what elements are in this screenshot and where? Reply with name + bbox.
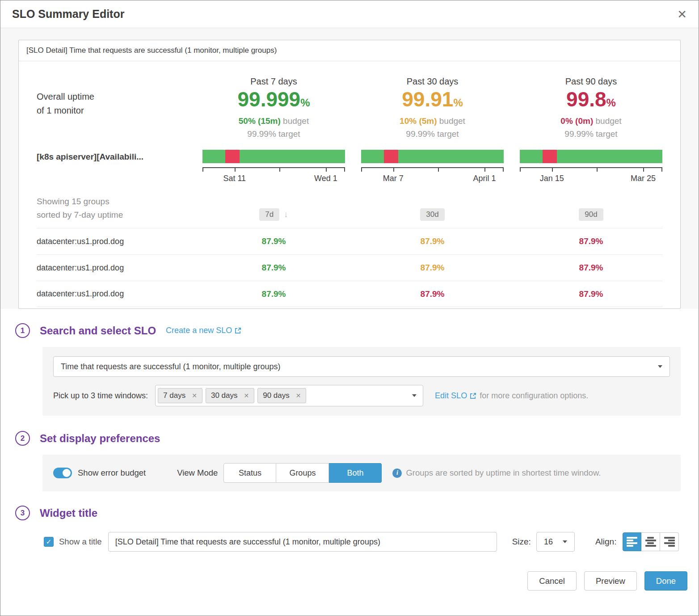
downtime-segment [543,150,557,163]
window-header: Past 90 days [520,76,662,87]
target-line: 99.99% target [520,129,662,139]
slo-select-value: Time that requests are successful (1 mon… [61,362,658,371]
group-uptime-7d: 87.9% [202,263,345,273]
external-link-icon [470,392,476,399]
group-uptime-30d: 87.9% [361,236,504,246]
uptime-bar [520,150,662,163]
remove-chip-icon[interactable]: ✕ [192,392,197,399]
time-windows-label: Pick up to 3 time windows: [53,391,148,401]
info-icon[interactable]: i [392,468,402,478]
create-new-slo-link[interactable]: Create a new SLO [166,326,241,335]
align-center-icon [645,537,656,547]
close-icon[interactable]: ✕ [677,8,687,20]
view-mode-segmented-control: Status Groups Both [223,463,382,483]
group-uptime-7d: 87.9% [202,236,345,246]
status-bar-row: [k8s apiserver][Availabili... Sat 11 Wed… [37,150,662,185]
column-header-90d: 90d [520,208,662,222]
badge-90d[interactable]: 90d [579,208,603,221]
budget-line: 10% (5m) budget [361,116,504,126]
display-preferences-panel: Show error budget View Mode Status Group… [42,455,681,491]
slo-widget-preview-card: [SLO Detail] Time that requests are succ… [18,40,681,309]
group-uptime-90d: 87.9% [520,263,662,273]
time-windows-select[interactable]: 7 days ✕ 30 days ✕ 90 days ✕ [155,385,423,406]
target-line: 99.99% target [361,129,504,139]
window-summary-7d: Past 7 days 99.999% 50% (15m) budget 99.… [202,76,345,139]
align-right-button[interactable] [660,532,679,551]
done-button[interactable]: Done [644,571,687,591]
status-bar-90d: Jan 15 Mar 25 [520,150,662,185]
uptime-header-row: Overall uptime of 1 monitor Past 7 days … [37,76,662,139]
step-number-2: 2 [15,431,30,446]
group-name: datacenter:us1.prod.dog [37,237,186,246]
budget-line: 0% (0m) budget [520,116,662,126]
time-axis: Jan 15 Mar 25 [520,167,662,185]
window-header: Past 7 days [202,76,345,87]
budget-line: 50% (15m) budget [202,116,345,126]
size-label: Size: [512,537,531,547]
remove-chip-icon[interactable]: ✕ [244,392,249,399]
target-line: 99.99% target [202,129,345,139]
column-header-7d: 7d ↓ [202,208,345,222]
downtime-segment [225,150,240,163]
widget-preview-zone: [SLO Detail] Time that requests are succ… [0,28,699,309]
show-error-budget-label: Show error budget [78,468,146,478]
chip-7-days[interactable]: 7 days ✕ [158,388,202,403]
time-axis: Mar 7 April 1 [361,167,504,185]
table-row: datacenter:us1.prod.dog 87.9% 87.9% 87.9… [37,254,662,281]
view-mode-label: View Mode [177,468,218,478]
chip-30-days[interactable]: 30 days ✕ [206,388,254,403]
axis-tick-label: Sat 11 [223,174,246,183]
table-row: datacenter:us1.prod.dog 87.9% 87.9% 87.9… [37,228,662,254]
chevron-down-icon [563,540,567,543]
text-align-control [623,532,679,551]
align-label: Align: [595,537,617,547]
preview-widget-title: [SLO Detail] Time that requests are succ… [19,40,680,61]
widget-title-input[interactable] [108,532,497,552]
group-name: datacenter:us1.prod.dog [37,289,186,299]
uptime-value: 99.91% [361,88,504,114]
show-title-label: Show a title [59,537,102,547]
time-windows-row: Pick up to 3 time windows: 7 days ✕ 30 d… [53,385,670,406]
axis-tick-label: Mar 25 [631,174,656,183]
remove-chip-icon[interactable]: ✕ [296,392,301,399]
badge-30d[interactable]: 30d [420,208,444,221]
chip-90-days[interactable]: 90 days ✕ [257,388,306,403]
section-search-select-slo: 1 Search and select SLO Create a new SLO [0,323,699,338]
badge-7d[interactable]: 7d [259,208,279,221]
monitor-label: [k8s apiserver][Availabili... [37,150,186,185]
table-row: datacenter:us1.prod.dog 87.9% 87.9% 87.9… [37,281,662,307]
status-bar-7d: Sat 11 Wed 1 [202,150,345,185]
section-title: Set display preferences [40,432,160,445]
slo-select[interactable]: Time that requests are successful (1 mon… [53,356,670,377]
cancel-button[interactable]: Cancel [527,571,577,591]
preview-button[interactable]: Preview [584,571,637,591]
modal-footer: Cancel Preview Done [0,552,699,591]
window-header: Past 30 days [361,76,504,87]
group-uptime-90d: 87.9% [520,236,662,246]
external-link-icon [235,327,241,334]
group-name: datacenter:us1.prod.dog [37,263,186,273]
sorting-info: i Groups are sorted by uptime in shortes… [392,468,601,478]
window-summary-90d: Past 90 days 99.8% 0% (0m) budget 99.99%… [520,76,662,139]
axis-tick-label: April 1 [473,174,496,183]
edit-slo-link[interactable]: Edit SLO [435,391,476,401]
align-left-button[interactable] [623,532,641,551]
groups-table: datacenter:us1.prod.dog 87.9% 87.9% 87.9… [37,228,662,307]
group-uptime-90d: 87.9% [520,289,662,299]
show-title-checkbox[interactable]: ✓ [44,537,54,547]
show-error-budget-toggle[interactable] [53,468,72,478]
uptime-value: 99.999% [202,88,345,114]
uptime-bar [202,150,345,163]
group-uptime-30d: 87.9% [361,289,504,299]
view-mode-both-button[interactable]: Both [329,463,382,483]
group-uptime-7d: 87.9% [202,289,345,299]
section-widget-title: 3 Widget title [0,506,699,520]
column-header-30d: 30d [361,208,504,222]
view-mode-status-button[interactable]: Status [223,463,276,483]
align-center-button[interactable] [641,532,660,551]
section-display-preferences: 2 Set display preferences [0,431,699,446]
sort-descending-icon[interactable]: ↓ [284,210,288,219]
view-mode-groups-button[interactable]: Groups [276,463,329,483]
font-size-select[interactable]: 16 [536,532,575,552]
axis-tick-label: Jan 15 [540,174,564,183]
